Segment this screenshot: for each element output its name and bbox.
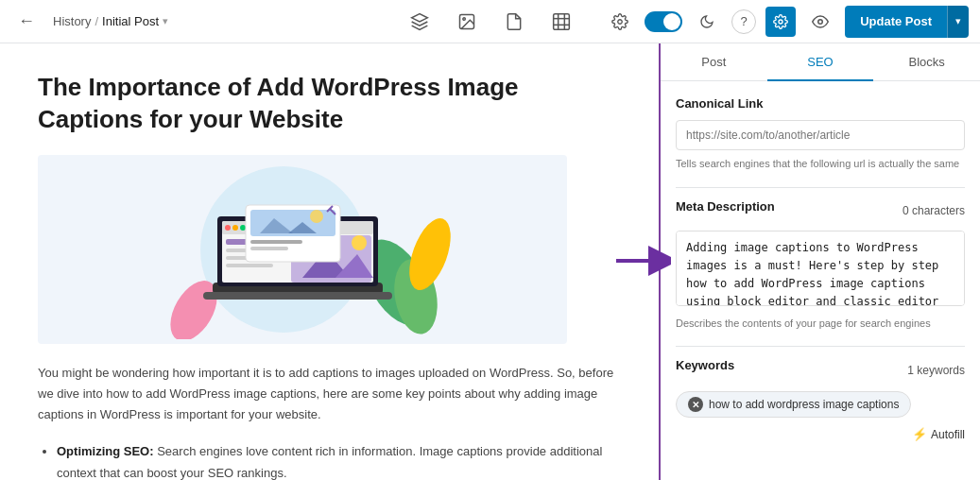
post-image-icon[interactable] (452, 7, 482, 37)
document-icon[interactable] (499, 7, 529, 37)
svg-point-8 (618, 19, 623, 24)
meta-desc-hint: Describes the contents of your page for … (676, 316, 965, 332)
toolbar-center-icons (404, 7, 576, 37)
svg-point-9 (779, 20, 782, 24)
canonical-input[interactable] (676, 120, 965, 150)
svg-point-36 (310, 210, 323, 223)
keyword-label: how to add wordpress image captions (709, 398, 899, 411)
lightning-icon: ⚡ (912, 427, 927, 441)
svg-point-21 (225, 225, 231, 231)
main-layout: The Importance of Add WordPress Image Ca… (0, 43, 980, 480)
post-title[interactable]: The Importance of Add WordPress Image Ca… (38, 72, 621, 136)
keywords-count: 1 keywords (907, 364, 965, 377)
update-post-button[interactable]: Update Post (845, 6, 947, 38)
history-label: History (53, 14, 91, 28)
featured-image (38, 155, 567, 344)
toolbar-right: ? Update Post ▾ (605, 6, 969, 38)
svg-rect-17 (203, 292, 392, 300)
purple-arrow (616, 244, 671, 282)
update-post-btn-wrap: Update Post ▾ (845, 6, 969, 38)
media-icon[interactable] (546, 7, 576, 37)
tab-seo[interactable]: SEO (767, 43, 874, 80)
sidebar-panel: Post SEO Blocks Canonical Link Tells sea… (659, 43, 980, 480)
canonical-hint: Tells search engines that the following … (676, 156, 965, 172)
autofill-button[interactable]: ⚡ Autofill (676, 427, 965, 441)
back-icon: ← (18, 11, 35, 31)
list-item-bold-1: Optimizing SEO: (57, 444, 154, 458)
canonical-section: Canonical Link Tells search engines that… (676, 96, 965, 172)
tab-blocks[interactable]: Blocks (873, 43, 980, 80)
canonical-title: Canonical Link (676, 96, 965, 111)
keyword-remove-btn[interactable]: ✕ (688, 397, 703, 412)
moon-icon-btn[interactable] (692, 7, 722, 37)
svg-rect-37 (250, 240, 302, 244)
gear-active-btn[interactable] (765, 7, 796, 37)
editor-area: The Importance of Add WordPress Image Ca… (0, 43, 659, 480)
update-post-dropdown[interactable]: ▾ (947, 6, 969, 38)
post-list: Optimizing SEO: Search engines love cont… (38, 440, 621, 480)
toolbar: ← History / Initial Post ▾ (0, 0, 980, 43)
current-revision-label: Initial Post (102, 14, 159, 28)
svg-point-22 (232, 225, 238, 231)
meta-desc-title: Meta Description (676, 199, 775, 214)
meta-description-section: Meta Description 0 characters Adding ima… (676, 199, 965, 332)
keywords-tags: ✕ how to add wordpress image captions (676, 391, 965, 418)
illustration-svg (57, 160, 548, 339)
meta-desc-header: Meta Description 0 characters (676, 199, 965, 223)
panel-content: Canonical Link Tells search engines that… (661, 81, 980, 480)
chevron-icon[interactable]: ▾ (163, 15, 168, 27)
svg-rect-3 (553, 13, 569, 29)
char-count: 0 characters (903, 204, 965, 217)
divider-1 (676, 187, 965, 188)
toggle-thumb (663, 13, 680, 30)
editor-toggle[interactable] (645, 11, 682, 32)
keyword-tag: ✕ how to add wordpress image captions (676, 391, 911, 418)
list-item: Optimizing SEO: Search engines love cont… (57, 440, 621, 480)
svg-rect-38 (250, 247, 288, 250)
back-button[interactable]: ← (11, 7, 42, 37)
layers-icon[interactable] (404, 7, 435, 37)
keywords-section: Keywords 1 keywords ✕ how to add wordpre… (676, 358, 965, 441)
svg-marker-0 (411, 13, 427, 21)
settings-icon-btn[interactable] (605, 7, 635, 37)
history-breadcrumb[interactable]: History / Initial Post ▾ (53, 14, 168, 28)
svg-point-2 (462, 17, 465, 19)
svg-point-10 (818, 19, 823, 24)
svg-point-31 (352, 235, 367, 250)
divider-2 (676, 346, 965, 347)
tab-post[interactable]: Post (661, 43, 767, 80)
svg-rect-27 (226, 264, 273, 267)
panel-tabs: Post SEO Blocks (661, 43, 980, 81)
post-body-text: You might be wondering how important it … (38, 363, 621, 425)
help-icon-btn[interactable]: ? (731, 9, 756, 34)
toggle-switch-wrap[interactable] (645, 11, 682, 32)
keywords-header: Keywords 1 keywords (676, 358, 965, 382)
view-button[interactable] (805, 7, 835, 37)
autofill-label: Autofill (931, 428, 965, 441)
separator: / (95, 14, 98, 28)
meta-description-textarea[interactable]: Adding image captions to WordPress image… (676, 231, 965, 306)
keywords-title: Keywords (676, 358, 734, 372)
svg-point-23 (240, 225, 246, 231)
